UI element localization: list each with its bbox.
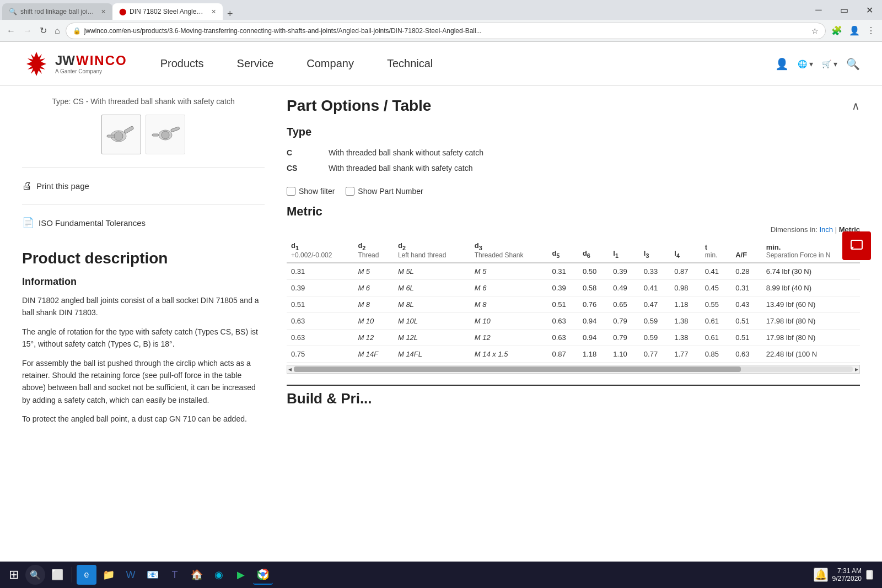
table-cell: 0.43 [731, 296, 761, 312]
table-cell: 0.61 [701, 329, 731, 346]
part-options-title: Part Options / Table [287, 97, 431, 115]
table-cell: M 10L [394, 312, 470, 329]
table-cell: 0.79 [609, 329, 639, 346]
star-icon[interactable]: ☆ [811, 26, 819, 35]
scroll-thumb-area [294, 366, 853, 372]
tab1-close[interactable]: ✕ [101, 8, 106, 15]
dimensions-note: Dimensions in: Inch | Metric [287, 225, 860, 234]
table-cell: 0.94 [578, 329, 609, 346]
table-cell: 0.87 [547, 346, 578, 362]
iso-label: ISO Fundamental Tolerances [39, 218, 146, 228]
table-cell: 6.74 lbf (30 N) [762, 263, 860, 280]
logo-sub: A Ganter Company [55, 68, 127, 74]
search-icon[interactable]: 🔍 [846, 57, 860, 71]
col-l4: l4 [670, 238, 700, 263]
site-header: JW WINCO A Ganter Company Products Servi… [0, 42, 882, 86]
show-part-number-label[interactable]: Show Part Number [346, 187, 423, 196]
profile-icon[interactable]: 👤 [847, 23, 862, 38]
table-cell: 0.51 [731, 329, 761, 346]
col-d5: d5 [547, 238, 578, 263]
table-cell: 0.79 [609, 312, 639, 329]
table-cell: 0.61 [701, 312, 731, 329]
table-cell: 22.48 lbf (100 N [762, 346, 860, 362]
maximize-button[interactable]: ▭ [831, 0, 857, 20]
tab-1[interactable]: 🔍 shift rod linkage ball joint quick ✕ [2, 3, 112, 20]
home-button[interactable]: ⌂ [52, 24, 62, 38]
table-cell: 0.41 [701, 263, 731, 280]
table-cell: M 10 [470, 312, 548, 329]
refresh-button[interactable]: ↻ [37, 23, 49, 38]
svg-point-7 [162, 131, 169, 139]
data-table-scroll[interactable]: d1 +0.002/-0.002 d2 Thread [287, 238, 860, 374]
show-filter-checkbox[interactable] [287, 187, 295, 196]
svg-rect-9 [152, 134, 159, 136]
info-heading: Information [22, 276, 265, 288]
back-button[interactable]: ← [4, 24, 18, 38]
scroll-right-button[interactable]: ▸ [855, 365, 858, 373]
tab1-favicon: 🔍 [9, 8, 17, 15]
table-cell: M 6 [353, 279, 394, 296]
new-tab-button[interactable]: + [223, 8, 238, 20]
nav-company[interactable]: Company [306, 57, 354, 70]
forward-button[interactable]: → [21, 24, 34, 38]
next-section-title: Build & Pri... [287, 390, 860, 407]
nav-products[interactable]: Products [160, 57, 204, 70]
table-cell: 0.50 [578, 263, 609, 280]
nav-service[interactable]: Service [237, 57, 274, 70]
page-content: JW WINCO A Ganter Company Products Servi… [0, 42, 882, 557]
tab2-close[interactable]: ✕ [211, 8, 216, 15]
iso-link[interactable]: 📄 ISO Fundamental Tolerances [22, 211, 265, 234]
col-d2-thread: d2 Thread [353, 238, 394, 263]
table-cell: 0.59 [639, 329, 670, 346]
dimensions-inch-link[interactable]: Inch [820, 225, 833, 234]
main-nav: Products Service Company Technical [160, 57, 776, 70]
type-label: Type: CS - With threaded ball shank with… [22, 97, 265, 106]
scroll-left-button[interactable]: ◂ [288, 365, 292, 373]
product-image-1[interactable] [101, 115, 141, 154]
svg-point-3 [114, 132, 123, 141]
menu-icon[interactable]: ⋮ [864, 23, 878, 38]
col-t: t min. [701, 238, 731, 263]
table-cell: M 5L [394, 263, 470, 280]
type-row-cs: CS With threaded ball shank with safety … [287, 160, 860, 176]
show-part-number-checkbox[interactable] [346, 187, 354, 196]
col-af: A/F [731, 238, 761, 263]
lock-icon: 🔒 [73, 27, 81, 35]
minimize-button[interactable]: ─ [806, 0, 831, 20]
tab-2[interactable]: ⬤ DIN 71802 Steel Angled Ball Join ✕ [112, 3, 223, 20]
table-cell: 0.58 [578, 279, 609, 296]
table-row: 0.63M 10M 10LM 100.630.940.790.591.380.6… [287, 312, 860, 329]
show-filter-label[interactable]: Show filter [287, 187, 335, 196]
close-button[interactable]: ✕ [857, 0, 882, 20]
product-desc-heading: Product description [22, 250, 265, 267]
tab1-title: shift rod linkage ball joint quick [20, 8, 95, 15]
cart-icon[interactable]: 🛒 ▾ [822, 60, 837, 68]
type-code-c: C [287, 148, 320, 157]
language-selector[interactable]: 🌐 ▾ [798, 60, 813, 68]
table-cell: 0.63 [547, 312, 578, 329]
print-link[interactable]: 🖨 Print this page [22, 175, 265, 197]
chat-button[interactable] [842, 231, 871, 260]
table-cell: M 5 [470, 263, 548, 280]
table-cell: M 12 [470, 329, 548, 346]
table-cell: 0.39 [287, 279, 353, 296]
account-icon[interactable]: 👤 [775, 57, 789, 71]
dimensions-prefix: Dimensions in: [771, 225, 820, 234]
col-l3: l3 [639, 238, 670, 263]
table-cell: 0.49 [609, 279, 639, 296]
table-cell: 0.55 [701, 296, 731, 312]
collapse-button[interactable]: ∧ [852, 99, 860, 112]
table-row: 0.51M 8M 8LM 80.510.760.650.471.180.550.… [287, 296, 860, 312]
horizontal-scrollbar[interactable]: ◂ ▸ [287, 365, 860, 374]
table-cell: 1.38 [670, 329, 700, 346]
address-bar[interactable]: 🔒 jwwinco.com/en-us/products/3.6-Moving-… [66, 23, 826, 39]
logo-winco: WINCO [76, 53, 127, 68]
window-controls: ─ ▭ ✕ [806, 0, 882, 20]
table-cell: M 6L [394, 279, 470, 296]
nav-technical[interactable]: Technical [387, 57, 433, 70]
table-cell: M 14 x 1.5 [470, 346, 548, 362]
product-image-2[interactable] [146, 115, 185, 154]
extensions-icon[interactable]: 🧩 [829, 23, 845, 38]
next-section-preview: Build & Pri... [287, 385, 860, 407]
tab2-title: DIN 71802 Steel Angled Ball Join [130, 8, 206, 15]
